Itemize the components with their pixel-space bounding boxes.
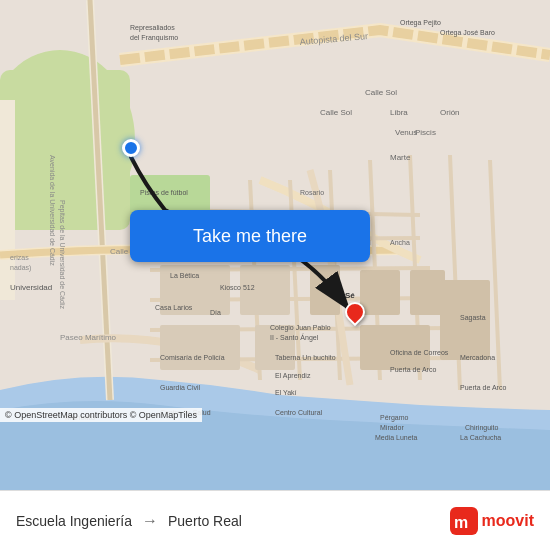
- svg-text:Casa Larios: Casa Larios: [155, 304, 193, 311]
- svg-text:Comisaría de Policía: Comisaría de Policía: [160, 354, 225, 361]
- take-me-there-button[interactable]: Take me there: [130, 210, 370, 262]
- svg-text:Venus: Venus: [395, 128, 417, 137]
- svg-text:Media Luneta: Media Luneta: [375, 434, 418, 441]
- svg-text:Mercadona: Mercadona: [460, 354, 495, 361]
- svg-text:Puerta de Arco: Puerta de Arco: [390, 366, 436, 373]
- map-attribution: © OpenStreetMap contributors © OpenMapTi…: [0, 408, 202, 422]
- svg-text:Orión: Orión: [440, 108, 460, 117]
- svg-rect-8: [410, 270, 445, 315]
- origin-dot: [122, 139, 140, 157]
- svg-text:La Cachucha: La Cachucha: [460, 434, 501, 441]
- svg-rect-7: [360, 270, 400, 315]
- route-arrow: →: [142, 512, 158, 530]
- svg-text:Rosario: Rosario: [300, 189, 324, 196]
- svg-text:Marte: Marte: [390, 153, 411, 162]
- svg-text:Piscis: Piscis: [415, 128, 436, 137]
- svg-text:La Bética: La Bética: [170, 272, 199, 279]
- svg-rect-11: [360, 325, 430, 370]
- moovit-logo: m moovit: [450, 507, 534, 535]
- svg-rect-9: [160, 325, 240, 370]
- svg-text:Represaliados: Represaliados: [130, 24, 175, 32]
- svg-text:erizas: erizas: [10, 254, 29, 261]
- svg-text:Guardia Civil: Guardia Civil: [160, 384, 201, 391]
- svg-text:Puerta de Arco: Puerta de Arco: [460, 384, 506, 391]
- svg-text:Ancha: Ancha: [390, 239, 410, 246]
- footer: Escuela Ingeniería → Puerto Real m moovi…: [0, 490, 550, 550]
- svg-text:Sé: Sé: [345, 291, 355, 300]
- svg-text:Sagasta: Sagasta: [460, 314, 486, 322]
- svg-text:nadas): nadas): [10, 264, 31, 272]
- svg-text:Taberna Un buchito: Taberna Un buchito: [275, 354, 336, 361]
- svg-text:Día: Día: [210, 309, 221, 316]
- svg-text:Pistas de fútbol: Pistas de fútbol: [140, 189, 188, 196]
- svg-text:del Franquismo: del Franquismo: [130, 34, 178, 42]
- moovit-text: moovit: [482, 512, 534, 530]
- svg-text:Colegio Juan Pablo: Colegio Juan Pablo: [270, 324, 331, 332]
- svg-text:Calle Sol: Calle Sol: [365, 88, 397, 97]
- map-container: Autopista del Sur Avenida de la Universi…: [0, 0, 550, 490]
- svg-text:Centro Cultural: Centro Cultural: [275, 409, 323, 416]
- destination-label: Puerto Real: [168, 513, 242, 529]
- origin-label: Escuela Ingeniería: [16, 513, 132, 529]
- svg-text:Avenida de la Universidad de C: Avenida de la Universidad de Cádiz: [49, 155, 56, 266]
- route-info: Escuela Ingeniería → Puerto Real: [16, 512, 242, 530]
- svg-text:Paseo Marítimo: Paseo Marítimo: [60, 333, 117, 342]
- svg-rect-10: [255, 325, 295, 370]
- svg-text:Mirador: Mirador: [380, 424, 404, 431]
- svg-text:Pérgamo: Pérgamo: [380, 414, 409, 422]
- svg-text:Libra: Libra: [390, 108, 408, 117]
- svg-text:II - Santo Ángel: II - Santo Ángel: [270, 333, 319, 342]
- svg-text:Universidad: Universidad: [10, 283, 52, 292]
- svg-text:Oficina de Correos: Oficina de Correos: [390, 349, 449, 356]
- svg-text:El Aprendiz: El Aprendiz: [275, 372, 311, 380]
- svg-text:Chiringuito: Chiringuito: [465, 424, 499, 432]
- svg-text:m: m: [454, 514, 468, 531]
- svg-text:Kiosco 512: Kiosco 512: [220, 284, 255, 291]
- svg-text:Calle Sol: Calle Sol: [320, 108, 352, 117]
- svg-text:El Yakí: El Yakí: [275, 389, 297, 396]
- svg-text:Ortega José Baro: Ortega José Baro: [440, 29, 495, 37]
- svg-text:Ortega Pejito: Ortega Pejito: [400, 19, 441, 27]
- moovit-icon: m: [450, 507, 478, 535]
- svg-text:Pepitas de la Universidad de C: Pepitas de la Universidad de Cádiz: [58, 200, 66, 309]
- destination-pin: [345, 302, 365, 322]
